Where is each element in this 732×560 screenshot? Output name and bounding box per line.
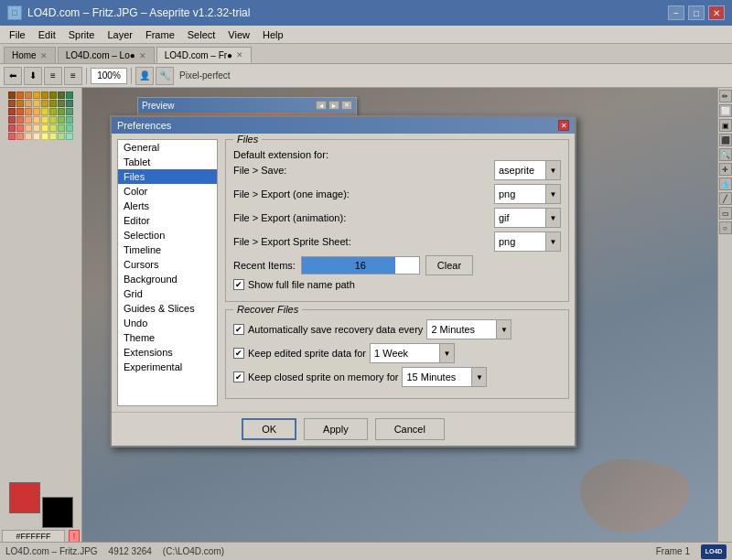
fg-color-swatch[interactable] [9, 482, 40, 513]
swatch-8[interactable] [66, 92, 73, 99]
swatch-25[interactable] [8, 116, 16, 124]
swatch-1[interactable] [8, 92, 16, 99]
tool-eyedrop[interactable]: 💧 [719, 178, 732, 190]
toolbar-btn-1[interactable]: ⬅ [4, 67, 22, 85]
file-export-one-arrow[interactable]: ▼ [545, 185, 560, 203]
file-export-one-select[interactable]: png ▼ [494, 184, 561, 204]
tool-eraser[interactable]: ⬜ [719, 104, 732, 117]
swatch-45[interactable] [41, 133, 48, 140]
swatch-14[interactable] [49, 100, 57, 107]
menu-help[interactable]: Help [257, 28, 289, 41]
swatch-47[interactable] [58, 133, 65, 140]
swatch-28[interactable] [33, 116, 40, 124]
swatch-32[interactable] [66, 116, 73, 124]
tool-select[interactable]: ⬛ [719, 134, 732, 146]
preview-btn-close[interactable]: ✕ [341, 101, 352, 110]
swatch-23[interactable] [58, 108, 65, 115]
menu-edit[interactable]: Edit [33, 28, 61, 41]
preview-btn-prev[interactable]: ◄ [316, 101, 327, 110]
menu-layer[interactable]: Layer [102, 28, 138, 41]
preview-btn-next[interactable]: ► [328, 101, 339, 110]
keep-sprite-checkbox[interactable]: ✔ [233, 348, 244, 359]
category-experimental[interactable]: Experimental [118, 360, 217, 374]
swatch-20[interactable] [33, 108, 40, 115]
tool-rect[interactable]: ▭ [719, 207, 732, 220]
tool-zoom[interactable]: 🔍 [719, 148, 732, 161]
swatch-10[interactable] [16, 100, 24, 107]
swatch-43[interactable] [25, 133, 32, 140]
category-alerts[interactable]: Alerts [118, 199, 217, 213]
auto-save-arrow[interactable]: ▼ [496, 320, 511, 339]
menu-view[interactable]: View [222, 28, 255, 41]
category-timeline[interactable]: Timeline [118, 242, 217, 257]
tab-lo4d-fr-close[interactable]: ✕ [236, 50, 243, 59]
swatch-9[interactable] [8, 100, 16, 107]
show-full-path-checkbox[interactable]: ✔ [233, 279, 244, 290]
swatch-39[interactable] [58, 124, 65, 132]
toolbar-btn-5[interactable]: 👤 [135, 67, 154, 85]
swatch-5[interactable] [41, 92, 48, 99]
category-grid[interactable]: Grid [118, 286, 217, 301]
swatch-12[interactable] [33, 100, 40, 107]
category-selection[interactable]: Selection [118, 228, 217, 242]
tab-home[interactable]: Home ✕ [4, 47, 56, 63]
swatch-26[interactable] [16, 116, 24, 124]
swatch-42[interactable] [16, 133, 24, 140]
toolbar-btn-3[interactable]: ≡ [44, 67, 62, 85]
swatch-24[interactable] [66, 108, 73, 115]
swatch-2[interactable] [16, 92, 24, 99]
tool-line[interactable]: ╱ [719, 192, 732, 205]
toolbar-btn-6[interactable]: 🔧 [156, 67, 174, 85]
swatch-11[interactable] [25, 100, 32, 107]
auto-save-select[interactable]: 2 Minutes ▼ [426, 319, 511, 339]
swatch-37[interactable] [41, 124, 48, 132]
swatch-6[interactable] [49, 92, 57, 99]
tab-lo4d-lo-close[interactable]: ✕ [139, 51, 146, 60]
tab-home-close[interactable]: ✕ [40, 51, 48, 60]
swatch-13[interactable] [41, 100, 48, 107]
menu-select[interactable]: Select [182, 28, 221, 41]
ok-button[interactable]: OK [242, 418, 296, 440]
menu-frame[interactable]: Frame [140, 28, 180, 41]
swatch-30[interactable] [49, 116, 57, 124]
swatch-35[interactable] [25, 124, 32, 132]
swatch-4[interactable] [33, 92, 40, 99]
swatch-31[interactable] [58, 116, 65, 124]
bg-color-swatch[interactable] [42, 497, 73, 528]
tool-ellipse[interactable]: ○ [719, 221, 732, 234]
swatch-33[interactable] [8, 124, 16, 132]
tool-pencil[interactable]: ✏ [719, 90, 732, 102]
keep-closed-checkbox[interactable]: ✔ [233, 372, 244, 382]
category-editor[interactable]: Editor [118, 213, 217, 228]
category-theme[interactable]: Theme [118, 330, 217, 345]
file-export-anim-select[interactable]: gif ▼ [494, 208, 561, 228]
swatch-21[interactable] [41, 108, 48, 115]
swatch-7[interactable] [58, 92, 65, 99]
maximize-button[interactable]: □ [688, 5, 705, 20]
keep-sprite-select[interactable]: 1 Week ▼ [370, 343, 455, 363]
dialog-close-button[interactable]: ✕ [558, 120, 569, 131]
fg-color-value[interactable]: #FFFFFF [2, 530, 65, 543]
swatch-27[interactable] [25, 116, 32, 124]
category-tablet[interactable]: Tablet [118, 155, 217, 169]
category-color[interactable]: Color [118, 184, 217, 199]
swatch-48[interactable] [66, 133, 73, 140]
swatch-22[interactable] [49, 108, 57, 115]
swatch-41[interactable] [8, 133, 16, 140]
clear-button[interactable]: Clear [425, 255, 473, 275]
keep-sprite-arrow[interactable]: ▼ [439, 344, 454, 362]
file-export-sprite-select[interactable]: png ▼ [494, 232, 561, 252]
swatch-40[interactable] [66, 124, 73, 132]
menu-sprite[interactable]: Sprite [63, 28, 101, 41]
zoom-input[interactable] [91, 68, 127, 84]
category-files[interactable]: Files [118, 169, 217, 184]
minimize-button[interactable]: − [668, 5, 684, 20]
swatch-15[interactable] [58, 100, 65, 107]
swatch-18[interactable] [16, 108, 24, 115]
swatch-44[interactable] [33, 133, 40, 140]
file-save-select[interactable]: aseprite ▼ [494, 160, 561, 180]
toolbar-btn-4[interactable]: ≡ [64, 67, 82, 85]
file-save-arrow[interactable]: ▼ [545, 161, 560, 179]
swatch-38[interactable] [49, 124, 57, 132]
category-guides-slices[interactable]: Guides & Slices [118, 301, 217, 316]
